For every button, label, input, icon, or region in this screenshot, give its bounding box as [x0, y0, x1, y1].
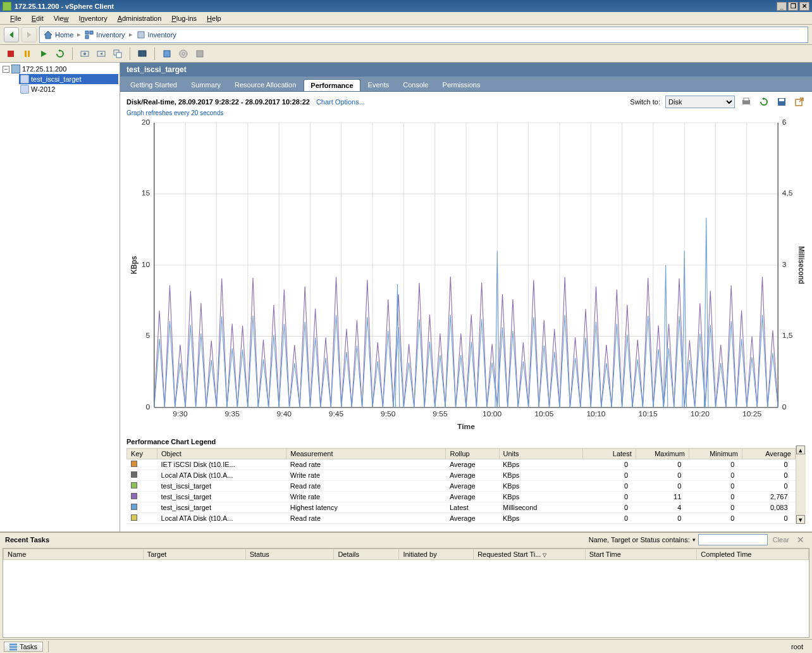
legend-header[interactable]: Measurement	[286, 449, 446, 459]
power-on-button[interactable]	[37, 47, 51, 61]
tab-getting-started[interactable]: Getting Started	[124, 79, 183, 91]
tab-resource-allocation[interactable]: Resource Allocation	[228, 79, 302, 91]
performance-chart: 0510152001,534,569:309:359:409:459:509:5…	[126, 116, 806, 433]
close-panel-button[interactable]: ✕	[794, 535, 807, 545]
scroll-up-icon[interactable]: ▴	[796, 445, 805, 454]
reset-icon	[56, 49, 65, 58]
printer-icon	[741, 97, 751, 107]
back-button[interactable]	[4, 27, 19, 42]
suspend-button[interactable]	[20, 47, 34, 61]
filter-input[interactable]	[698, 534, 768, 545]
save-icon	[777, 97, 787, 107]
task-header[interactable]: Initiated by	[399, 549, 474, 560]
breadcrumb-inventory-leaf[interactable]: Inventory	[137, 30, 176, 39]
menu-help[interactable]: Help	[202, 13, 226, 23]
task-header[interactable]: Details	[334, 549, 399, 560]
filter-dropdown-icon[interactable]: ▾	[692, 537, 696, 543]
breadcrumb-inventory[interactable]: Inventory	[85, 30, 125, 39]
menu-file[interactable]: File	[5, 13, 27, 23]
tab-performance[interactable]: Performance	[304, 79, 360, 91]
task-header[interactable]: Requested Start Ti... ▽	[474, 549, 586, 560]
legend-row[interactable]: IET iSCSI Disk (t10.IE...Read rate Avera…	[127, 459, 796, 470]
revert-snapshot-button[interactable]	[94, 47, 108, 61]
legend-header[interactable]: Average	[742, 449, 795, 459]
chart-options-link[interactable]: Chart Options...	[316, 98, 365, 106]
legend-header[interactable]: Minimum	[689, 449, 742, 459]
menu-inventory[interactable]: Inventory	[73, 13, 112, 23]
svg-rect-6	[28, 51, 30, 57]
refresh-chart-button[interactable]	[758, 96, 770, 108]
status-bar: Tasks root	[0, 639, 812, 653]
minimize-button[interactable]: _	[777, 2, 787, 11]
scrollbar[interactable]: ▴ ▾	[796, 445, 806, 524]
snapshot-button[interactable]	[78, 47, 92, 61]
inventory-icon	[85, 30, 94, 39]
legend-row[interactable]: test_iscsi_targetWrite rate AverageKBps …	[127, 492, 796, 502]
legend-header[interactable]: Key	[127, 449, 157, 459]
breadcrumb-home[interactable]: Home	[44, 30, 73, 39]
tasks-icon	[9, 643, 17, 650]
key-swatch	[131, 504, 137, 510]
tab-permissions[interactable]: Permissions	[436, 79, 487, 91]
restore-button[interactable]: ❐	[788, 2, 798, 11]
svg-text:10:05: 10:05	[534, 410, 553, 417]
forward-button[interactable]	[22, 27, 37, 42]
menu-plugins[interactable]: Plug-ins	[166, 13, 202, 23]
tab-summary[interactable]: Summary	[185, 79, 227, 91]
legend-row[interactable]: Local ATA Disk (t10.A...Write rate Avera…	[127, 470, 796, 481]
tab-console[interactable]: Console	[397, 79, 434, 91]
title-bar: 172.25.11.200 - vSphere Client _ ❐ ✕	[0, 0, 812, 12]
tree-vm-w2012[interactable]: W-2012	[19, 84, 118, 94]
tab-events[interactable]: Events	[362, 79, 396, 91]
snapshot-manager-button[interactable]	[111, 47, 125, 61]
play-icon	[39, 49, 48, 58]
legend-header[interactable]: Rollup	[446, 449, 499, 459]
stop-icon	[6, 49, 15, 58]
svg-text:1,5: 1,5	[782, 332, 793, 339]
scroll-down-icon[interactable]: ▾	[796, 515, 805, 524]
svg-text:10:20: 10:20	[691, 410, 710, 417]
svg-rect-12	[138, 51, 146, 56]
menu-administration[interactable]: Administration	[113, 13, 167, 23]
legend-row[interactable]: Local ATA Disk (t10.A...Read rate Averag…	[127, 513, 796, 524]
collapse-icon[interactable]: −	[3, 66, 9, 73]
arrow-right-icon	[25, 30, 34, 39]
power-off-button[interactable]	[4, 47, 18, 61]
svg-text:9:50: 9:50	[381, 410, 395, 417]
svg-text:9:45: 9:45	[329, 410, 343, 417]
menu-view[interactable]: View	[49, 13, 74, 23]
switch-select[interactable]: Disk	[665, 96, 735, 108]
menu-edit[interactable]: Edit	[27, 13, 49, 23]
print-button[interactable]	[740, 96, 753, 108]
popout-button[interactable]	[793, 96, 806, 108]
task-header[interactable]: Start Time	[585, 549, 697, 560]
reset-button[interactable]	[53, 47, 67, 61]
cd-button[interactable]	[176, 47, 190, 61]
cd-icon	[179, 49, 188, 58]
tasks-button[interactable]: Tasks	[4, 642, 43, 652]
legend-header[interactable]: Units	[499, 449, 582, 459]
floppy-icon	[195, 49, 204, 58]
close-button[interactable]: ✕	[799, 2, 809, 11]
legend-row[interactable]: test_iscsi_targetHighest latency LatestM…	[127, 502, 796, 513]
floppy-button[interactable]	[193, 47, 207, 61]
task-header[interactable]: Name	[4, 549, 144, 560]
task-header[interactable]: Target	[143, 549, 245, 560]
edit-settings-button[interactable]	[160, 47, 174, 61]
legend-row[interactable]: test_iscsi_targetRead rate AverageKBps 0…	[127, 481, 796, 492]
task-header[interactable]: Completed Time	[697, 549, 809, 560]
svg-rect-5	[25, 51, 27, 57]
tree-host-node[interactable]: − 172.25.11.200	[1, 64, 118, 74]
clear-button[interactable]: Clear	[770, 536, 792, 544]
svg-text:15: 15	[142, 190, 150, 197]
task-header[interactable]: Status	[245, 549, 334, 560]
refresh-note: Graph refreshes every 20 seconds	[126, 109, 806, 116]
legend-header[interactable]: Latest	[582, 449, 636, 459]
save-chart-button[interactable]	[775, 96, 788, 108]
legend-header[interactable]: Object	[157, 449, 286, 459]
tree-vm-test-iscsi[interactable]: test_iscsi_target	[19, 74, 118, 84]
svg-text:10:00: 10:00	[483, 410, 501, 417]
key-swatch	[131, 471, 137, 478]
console-button[interactable]	[135, 47, 149, 61]
legend-header[interactable]: Maximum	[636, 449, 689, 459]
